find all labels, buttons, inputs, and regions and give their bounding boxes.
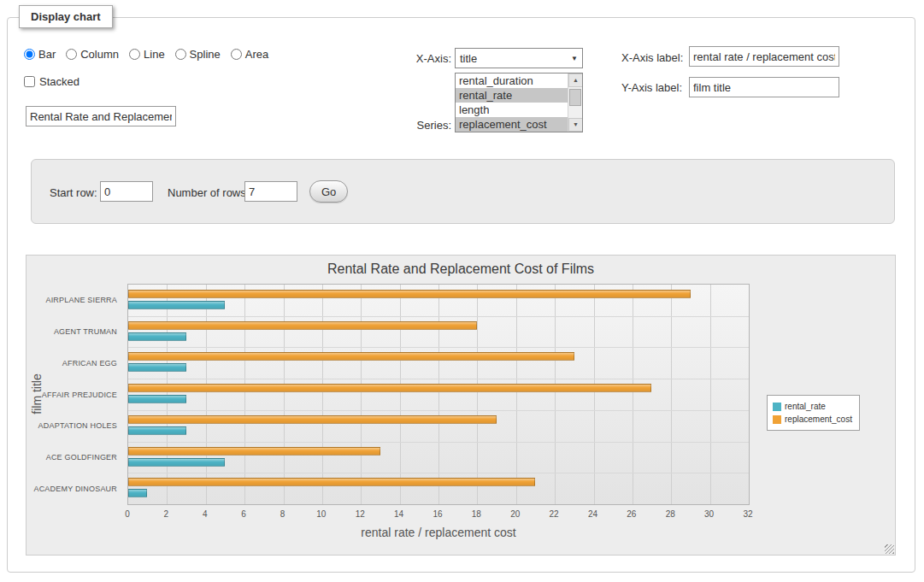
gridline	[206, 285, 207, 504]
number-of-rows-label: Number of rows:	[168, 186, 249, 199]
x-tick-label: 18	[472, 509, 481, 519]
fieldset-legend: Display chart	[19, 5, 113, 28]
scroll-down-icon[interactable]: ▼	[568, 118, 583, 132]
series-option-replacement_cost[interactable]: replacement_cost	[456, 117, 568, 132]
chart-title-input[interactable]	[26, 106, 176, 126]
x-tick-label: 4	[203, 509, 208, 519]
gridline	[244, 285, 245, 504]
category-label: AFRICAN EGG	[62, 359, 117, 367]
chart-type-radio-column[interactable]	[66, 49, 77, 60]
legend-swatch	[773, 415, 781, 424]
series-options: rental_durationrental_ratelengthreplacem…	[456, 73, 568, 132]
bar-replacement_cost	[128, 415, 497, 424]
bar-replacement_cost	[128, 447, 380, 456]
legend-label: replacement_cost	[785, 413, 852, 426]
chart-type-radio-spline[interactable]	[175, 49, 186, 60]
number-of-rows-input[interactable]	[244, 181, 297, 202]
chart-type-option-line[interactable]: Line	[129, 48, 165, 61]
category-label: ACE GOLDFINGER	[46, 453, 117, 461]
gridline	[710, 285, 711, 504]
chart-type-option-label: Area	[245, 48, 268, 61]
gridline	[128, 410, 749, 411]
series-listbox-label: Series:	[410, 119, 451, 132]
x-tick-label: 16	[433, 509, 442, 519]
x-axis-selected-value: title	[456, 52, 567, 65]
x-tick-label: 22	[550, 509, 559, 519]
gridline	[477, 285, 478, 504]
series-option-rental_rate[interactable]: rental_rate	[456, 88, 568, 103]
bar-rental_rate	[128, 301, 225, 309]
x-axis-title: rental rate / replacement cost	[127, 526, 750, 539]
x-tick-label: 30	[704, 509, 714, 519]
gridline	[516, 285, 517, 504]
gridline	[594, 285, 595, 504]
category-axis-labels: AIRPLANE SIERRAAGENT TRUMANAFRICAN EGGAF…	[26, 284, 122, 505]
x-tick-label: 28	[666, 509, 675, 519]
chart-type-option-area[interactable]: Area	[231, 48, 268, 61]
chart-title: Rental Rate and Replacement Cost of Film…	[26, 262, 895, 277]
x-axis-label-field-label: X-Axis label:	[621, 51, 683, 64]
x-tick-label: 26	[627, 509, 636, 519]
bar-replacement_cost	[128, 290, 691, 298]
y-axis-label-input[interactable]	[689, 77, 839, 97]
chart-type-option-label: Bar	[38, 48, 56, 61]
gridline	[284, 285, 285, 504]
chart-legend: rental_ratereplacement_cost	[767, 395, 860, 431]
x-axis-label-input[interactable]	[689, 46, 839, 67]
chart-type-option-spline[interactable]: Spline	[175, 48, 221, 61]
start-row-input[interactable]	[100, 181, 153, 202]
chart-panel: Rental Rate and Replacement Cost of Film…	[26, 255, 896, 556]
start-row-label: Start row:	[50, 186, 97, 199]
y-axis-label-field-label: Y-Axis label:	[621, 81, 682, 94]
gridline	[128, 379, 749, 379]
rows-panel	[31, 159, 895, 224]
category-label: ACADEMY DINOSAUR	[33, 485, 117, 493]
legend-item-replacement_cost[interactable]: replacement_cost	[773, 413, 852, 426]
category-label: AGENT TRUMAN	[54, 327, 117, 336]
go-button[interactable]: Go	[309, 180, 348, 203]
series-option-length[interactable]: length	[456, 103, 568, 117]
gridline	[633, 285, 633, 504]
series-scrollbar[interactable]: ▲ ▼	[568, 73, 582, 132]
display-chart-page: Display chart BarColumnLineSplineArea St…	[0, 0, 924, 582]
gridline	[438, 285, 439, 504]
chart-type-option-column[interactable]: Column	[66, 48, 119, 61]
chart-type-option-label: Spline	[190, 48, 221, 61]
chart-type-radio-area[interactable]	[231, 49, 242, 60]
gridline	[555, 285, 556, 504]
category-label: AFFAIR PREJUDICE	[42, 391, 117, 399]
chart-type-radio-group: BarColumnLineSplineArea	[24, 48, 268, 61]
bar-rental_rate	[128, 426, 186, 435]
resize-handle-icon[interactable]	[885, 544, 894, 554]
x-axis-select[interactable]: title ▼	[455, 48, 583, 68]
chart-type-option-label: Line	[144, 48, 165, 61]
scroll-up-icon[interactable]: ▲	[568, 73, 583, 87]
chart-type-radio-bar[interactable]	[24, 49, 35, 60]
gridline	[400, 285, 401, 504]
gridline	[128, 347, 749, 348]
series-listbox[interactable]: rental_durationrental_ratelengthreplacem…	[455, 73, 583, 132]
gridline	[671, 285, 672, 504]
gridline	[361, 285, 362, 504]
chart-type-option-bar[interactable]: Bar	[24, 48, 56, 61]
x-tick-label: 0	[125, 509, 130, 519]
bar-replacement_cost	[128, 321, 477, 330]
category-label: ADAPTATION HOLES	[38, 421, 117, 430]
chevron-down-icon: ▼	[567, 55, 582, 62]
bar-replacement_cost	[128, 352, 574, 361]
bar-rental_rate	[128, 395, 186, 403]
stacked-checkbox[interactable]	[24, 76, 35, 87]
legend-item-rental_rate[interactable]: rental_rate	[773, 400, 852, 413]
stacked-checkbox-row[interactable]: Stacked	[24, 75, 79, 88]
x-tick-label: 14	[394, 509, 403, 519]
legend-swatch	[773, 403, 781, 411]
legend-label: rental_rate	[785, 400, 826, 413]
bar-rental_rate	[128, 489, 147, 497]
x-tick-label: 20	[510, 509, 520, 519]
x-axis-tick-labels: 02468101214161820222426283032	[127, 509, 750, 521]
scrollbar-thumb[interactable]	[569, 89, 581, 106]
chart-type-radio-line[interactable]	[129, 49, 140, 60]
bar-rental_rate	[128, 458, 225, 467]
bar-rental_rate	[128, 332, 186, 341]
series-option-rental_duration[interactable]: rental_duration	[456, 73, 568, 88]
